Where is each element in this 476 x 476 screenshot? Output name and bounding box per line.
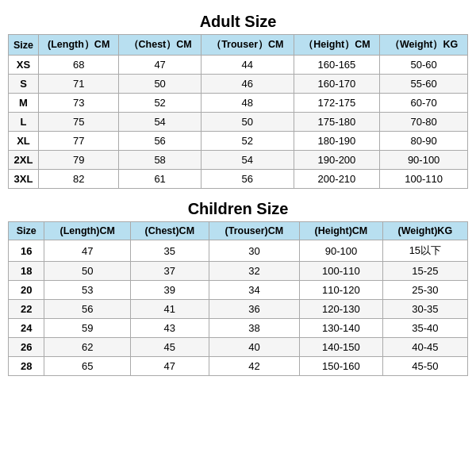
table-cell: 45-50 bbox=[382, 357, 467, 376]
adult-col-header: （Height）CM bbox=[294, 35, 380, 56]
table-cell: 28 bbox=[9, 357, 44, 376]
table-cell: 68 bbox=[39, 56, 119, 75]
table-row: 26624540140-15040-45 bbox=[9, 338, 468, 357]
table-cell: 30-35 bbox=[382, 300, 467, 319]
table-cell: 18 bbox=[9, 262, 44, 281]
table-cell: 160-170 bbox=[294, 75, 380, 94]
table-cell: 24 bbox=[9, 319, 44, 338]
children-header-row: Size(Length)CM(Chest)CM(Trouser)CM(Heigh… bbox=[9, 222, 468, 240]
table-cell: 38 bbox=[209, 319, 299, 338]
adult-title: Adult Size bbox=[8, 13, 468, 31]
table-cell: XS bbox=[9, 56, 39, 75]
table-cell: 41 bbox=[130, 300, 209, 319]
table-cell: 37 bbox=[130, 262, 209, 281]
table-row: S715046160-17055-60 bbox=[9, 75, 468, 94]
table-row: 20533934110-12025-30 bbox=[9, 281, 468, 300]
adult-col-header: (Length）CM bbox=[39, 35, 119, 56]
table-cell: 47 bbox=[130, 357, 209, 376]
table-cell: 3XL bbox=[9, 170, 39, 189]
table-cell: M bbox=[9, 94, 39, 113]
table-cell: 43 bbox=[130, 319, 209, 338]
table-cell: 62 bbox=[44, 338, 131, 357]
table-cell: 110-120 bbox=[300, 281, 383, 300]
table-cell: 75 bbox=[39, 113, 119, 132]
table-cell: 90-100 bbox=[380, 151, 468, 170]
adult-tbody: XS684744160-16550-60S715046160-17055-60M… bbox=[9, 56, 468, 189]
table-cell: 90-100 bbox=[300, 240, 383, 262]
table-cell: 79 bbox=[39, 151, 119, 170]
children-col-header: (Height)CM bbox=[300, 222, 383, 240]
table-cell: 80-90 bbox=[380, 132, 468, 151]
adult-header-row: Size(Length）CM（Chest）CM（Trouser）CM（Heigh… bbox=[9, 35, 468, 56]
table-cell: 56 bbox=[119, 132, 202, 151]
table-cell: 54 bbox=[119, 113, 202, 132]
table-row: XL775652180-19080-90 bbox=[9, 132, 468, 151]
table-cell: 150-160 bbox=[300, 357, 383, 376]
table-cell: 32 bbox=[209, 262, 299, 281]
table-row: 28654742150-16045-50 bbox=[9, 357, 468, 376]
table-cell: 40-45 bbox=[382, 338, 467, 357]
table-cell: 16 bbox=[9, 240, 44, 262]
table-cell: 39 bbox=[130, 281, 209, 300]
table-cell: 73 bbox=[39, 94, 119, 113]
table-cell: 56 bbox=[44, 300, 131, 319]
adult-table: Size(Length）CM（Chest）CM（Trouser）CM（Heigh… bbox=[8, 34, 468, 189]
table-cell: 50-60 bbox=[380, 56, 468, 75]
children-col-header: (Weight)KG bbox=[382, 222, 467, 240]
table-cell: 52 bbox=[201, 132, 294, 151]
table-cell: 36 bbox=[209, 300, 299, 319]
table-cell: 26 bbox=[9, 338, 44, 357]
table-cell: 77 bbox=[39, 132, 119, 151]
table-cell: 71 bbox=[39, 75, 119, 94]
children-title: Children Size bbox=[8, 200, 468, 218]
table-cell: 44 bbox=[201, 56, 294, 75]
table-cell: 50 bbox=[201, 113, 294, 132]
table-cell: XL bbox=[9, 132, 39, 151]
children-col-header: (Length)CM bbox=[44, 222, 131, 240]
table-cell: 25-30 bbox=[382, 281, 467, 300]
table-cell: 100-110 bbox=[380, 170, 468, 189]
table-cell: 40 bbox=[209, 338, 299, 357]
table-cell: 175-180 bbox=[294, 113, 380, 132]
table-row: 2XL795854190-20090-100 bbox=[9, 151, 468, 170]
table-cell: 61 bbox=[119, 170, 202, 189]
table-cell: 140-150 bbox=[300, 338, 383, 357]
table-cell: 15-25 bbox=[382, 262, 467, 281]
children-col-header: (Trouser)CM bbox=[209, 222, 299, 240]
table-cell: 20 bbox=[9, 281, 44, 300]
children-section: Children Size Size(Length)CM(Chest)CM(Tr… bbox=[8, 195, 468, 376]
table-cell: 46 bbox=[201, 75, 294, 94]
table-cell: 65 bbox=[44, 357, 131, 376]
children-col-header: (Chest)CM bbox=[130, 222, 209, 240]
table-cell: 58 bbox=[119, 151, 202, 170]
table-cell: 59 bbox=[44, 319, 131, 338]
adult-col-header: （Chest）CM bbox=[119, 35, 202, 56]
table-row: 1647353090-10015以下 bbox=[9, 240, 468, 262]
table-cell: 70-80 bbox=[380, 113, 468, 132]
table-cell: 172-175 bbox=[294, 94, 380, 113]
children-col-header: Size bbox=[9, 222, 44, 240]
table-cell: 47 bbox=[44, 240, 131, 262]
table-cell: 60-70 bbox=[380, 94, 468, 113]
table-row: 3XL826156200-210100-110 bbox=[9, 170, 468, 189]
table-cell: 160-165 bbox=[294, 56, 380, 75]
table-row: 22564136120-13030-35 bbox=[9, 300, 468, 319]
table-cell: S bbox=[9, 75, 39, 94]
table-row: L755450175-18070-80 bbox=[9, 113, 468, 132]
table-cell: 30 bbox=[209, 240, 299, 262]
adult-col-header: Size bbox=[9, 35, 39, 56]
table-cell: 100-110 bbox=[300, 262, 383, 281]
table-cell: 22 bbox=[9, 300, 44, 319]
table-row: XS684744160-16550-60 bbox=[9, 56, 468, 75]
table-cell: 48 bbox=[201, 94, 294, 113]
table-cell: L bbox=[9, 113, 39, 132]
table-cell: 35-40 bbox=[382, 319, 467, 338]
adult-col-header: （Weight）KG bbox=[380, 35, 468, 56]
table-cell: 82 bbox=[39, 170, 119, 189]
table-cell: 50 bbox=[119, 75, 202, 94]
children-table: Size(Length)CM(Chest)CM(Trouser)CM(Heigh… bbox=[8, 221, 468, 376]
table-cell: 180-190 bbox=[294, 132, 380, 151]
children-tbody: 1647353090-10015以下18503732100-11015-2520… bbox=[9, 240, 468, 376]
table-cell: 45 bbox=[130, 338, 209, 357]
table-cell: 200-210 bbox=[294, 170, 380, 189]
